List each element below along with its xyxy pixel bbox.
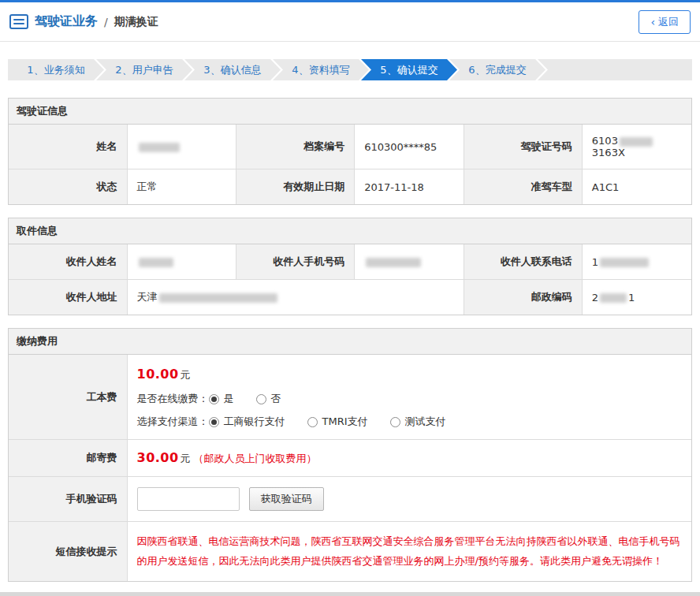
redacted-address <box>159 293 277 303</box>
postage-unit: 元 <box>181 452 191 466</box>
postage-note: （邮政人员上门收取费用） <box>194 452 317 466</box>
get-captcha-button[interactable]: 获取验证码 <box>249 487 324 511</box>
step-2-user-declaration[interactable]: 2、用户申告 <box>96 59 192 80</box>
redacted-recipient-tel <box>600 258 649 267</box>
fees-table: 工本费 10.00元 是否在线缴费： 是 否 选择支付渠道： 工商银行支付 TM… <box>9 355 691 581</box>
license-no-suffix: 3163X <box>592 147 625 158</box>
license-no-prefix: 6103 <box>592 135 618 147</box>
file-no-label: 档案编号 <box>236 125 355 169</box>
online-pay-no-label: 否 <box>271 392 281 406</box>
page-bottom-edge <box>0 592 700 596</box>
pay-channel-option-test[interactable]: 测试支付 <box>390 415 446 429</box>
online-pay-option-yes[interactable]: 是 <box>209 392 234 406</box>
name-label: 姓名 <box>9 125 127 169</box>
recipient-name-label: 收件人姓名 <box>9 244 127 280</box>
recipient-mobile-label: 收件人手机号码 <box>236 244 355 280</box>
radio-icon <box>390 417 400 427</box>
license-no-label: 驾驶证号码 <box>464 125 582 169</box>
redacted-license-no <box>620 137 653 147</box>
sms-notice-label: 短信接收提示 <box>9 522 127 582</box>
table-row: 手机验证码 获取验证码 <box>9 477 691 522</box>
radio-icon <box>256 394 266 404</box>
table-row: 收件人姓名 收件人手机号码 收件人联系电话 1 <box>9 244 691 280</box>
fees-section: 缴纳费用 工本费 10.00元 是否在线缴费： 是 否 选择支付渠道： 工商银行… <box>8 328 692 582</box>
online-pay-option-no[interactable]: 否 <box>256 392 281 406</box>
postage-label: 邮寄费 <box>9 440 127 477</box>
redacted-zip <box>600 293 627 303</box>
chevron-left-icon: ‹ <box>650 17 655 28</box>
vehicle-type-value: A1C1 <box>582 169 691 205</box>
step-6-finish-submit[interactable]: 6、完成提交 <box>449 59 545 80</box>
pickup-section-title: 取件信息 <box>9 218 691 244</box>
redacted-recipient-name <box>139 258 173 267</box>
step-nav: 1、业务须知 2、用户申告 3、确认信息 4、资料填写 5、确认提交 6、完成提… <box>8 59 692 80</box>
breadcrumb: 驾驶证业务 / 期满换证 <box>9 13 158 30</box>
zip-label: 邮政编码 <box>464 280 582 315</box>
cost-amount: 10.00 <box>137 367 179 382</box>
address-value: 天津 <box>127 280 464 315</box>
header-bar: 驾驶证业务 / 期满换证 ‹ 返回 <box>0 2 700 42</box>
license-no-value: 61033163X <box>582 125 691 169</box>
pay-channel-option-icbc[interactable]: 工商银行支付 <box>209 415 285 429</box>
radio-selected-icon <box>209 394 219 404</box>
subpage-title: 期满换证 <box>114 15 158 29</box>
online-pay-label: 是否在线缴费： <box>137 392 209 406</box>
pay-channel-row: 选择支付渠道： 工商银行支付 TMRI支付 测试支付 <box>137 415 683 429</box>
license-business-icon <box>9 14 28 29</box>
table-row: 姓名 档案编号 610300****85 驾驶证号码 61033163X <box>9 125 691 169</box>
postage-amount: 30.00 <box>137 450 179 465</box>
pickup-info-table: 收件人姓名 收件人手机号码 收件人联系电话 1 收件人地址 天津 邮政编码 21 <box>9 244 691 315</box>
captcha-input[interactable] <box>137 487 240 511</box>
table-row: 工本费 10.00元 是否在线缴费： 是 否 选择支付渠道： 工商银行支付 TM… <box>9 355 691 440</box>
table-row: 状态 正常 有效期止日期 2017-11-18 准驾车型 A1C1 <box>9 169 691 205</box>
license-info-section: 驾驶证信息 姓名 档案编号 610300****85 驾驶证号码 6103316… <box>8 98 692 205</box>
table-row: 收件人地址 天津 邮政编码 21 <box>9 280 691 315</box>
back-label: 返回 <box>658 15 679 29</box>
redacted-recipient-mobile <box>366 258 421 267</box>
table-row: 短信接收提示 因陕西省联通、电信运营商技术问题，陕西省互联网交通安全综合服务管理… <box>9 522 691 582</box>
radio-icon <box>307 417 318 427</box>
redacted-name <box>139 143 180 152</box>
address-label: 收件人地址 <box>9 280 127 315</box>
recipient-name-value <box>127 244 236 280</box>
recipient-tel-label: 收件人联系电话 <box>464 244 582 280</box>
address-prefix: 天津 <box>137 291 158 303</box>
expiry-label: 有效期止日期 <box>236 169 355 205</box>
title-separator: / <box>104 16 108 28</box>
captcha-label: 手机验证码 <box>9 477 127 522</box>
vehicle-type-label: 准驾车型 <box>464 169 582 205</box>
captcha-cell: 获取验证码 <box>127 477 691 522</box>
pay-channel-tmri-label: TMRI支付 <box>322 415 368 429</box>
pay-channel-test-label: 测试支付 <box>405 415 446 429</box>
pay-channel-icbc-label: 工商银行支付 <box>224 415 285 429</box>
pay-channel-option-tmri[interactable]: TMRI支付 <box>307 415 368 429</box>
step-3-confirm-info[interactable]: 3、确认信息 <box>184 59 281 80</box>
zip-suffix: 1 <box>628 292 635 304</box>
step-4-fill-data[interactable]: 4、资料填写 <box>273 59 369 80</box>
step-1-business-notice[interactable]: 1、业务须知 <box>8 59 104 80</box>
business-title: 驾驶证业务 <box>35 13 98 30</box>
online-pay-yes-label: 是 <box>224 392 234 406</box>
cost-cell: 10.00元 是否在线缴费： 是 否 选择支付渠道： 工商银行支付 TMRI支付… <box>127 355 691 440</box>
table-row: 邮寄费 30.00元（邮政人员上门收取费用） <box>9 440 691 477</box>
zip-prefix: 2 <box>592 292 598 304</box>
status-value: 正常 <box>127 169 236 205</box>
recipient-tel-prefix: 1 <box>592 256 598 268</box>
name-value <box>127 125 236 169</box>
radio-selected-icon <box>209 417 219 427</box>
cost-amount-line: 10.00元 <box>137 367 683 382</box>
license-section-title: 驾驶证信息 <box>9 99 691 125</box>
recipient-tel-value: 1 <box>582 244 691 280</box>
back-button[interactable]: ‹ 返回 <box>639 10 691 34</box>
status-label: 状态 <box>9 169 127 205</box>
step-5-confirm-submit[interactable]: 5、确认提交 <box>361 59 457 80</box>
expiry-value: 2017-11-18 <box>355 169 464 205</box>
license-info-table: 姓名 档案编号 610300****85 驾驶证号码 61033163X 状态 … <box>9 125 691 204</box>
cost-unit: 元 <box>181 369 191 381</box>
page: 驾驶证业务 / 期满换证 ‹ 返回 1、业务须知 2、用户申告 3、确认信息 4… <box>0 0 700 596</box>
cost-label: 工本费 <box>9 355 127 440</box>
pay-channel-label: 选择支付渠道： <box>137 415 209 429</box>
sms-notice-cell: 因陕西省联通、电信运营商技术问题，陕西省互联网交通安全综合服务管理平台无法向持陕… <box>127 522 691 582</box>
zip-value: 21 <box>582 280 691 315</box>
sms-notice-text: 因陕西省联通、电信运营商技术问题，陕西省互联网交通安全综合服务管理平台无法向持陕… <box>137 532 683 571</box>
